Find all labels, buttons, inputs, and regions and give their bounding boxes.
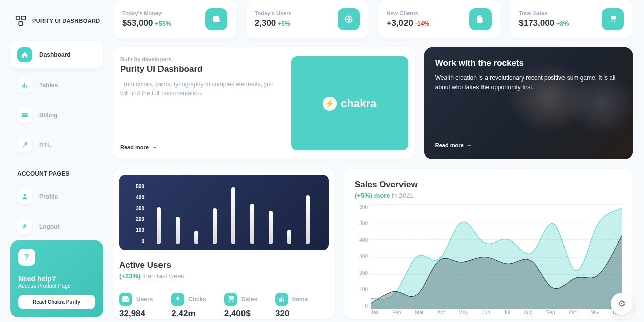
intro-body: From colors, cards, typography to comple… bbox=[120, 79, 282, 98]
bar bbox=[250, 204, 254, 244]
nav-rtl[interactable]: RTL bbox=[10, 132, 103, 159]
stats-icon bbox=[275, 293, 288, 306]
mini-value: 2.42m bbox=[171, 309, 206, 319]
bar bbox=[306, 195, 310, 244]
y-tick: 400 bbox=[355, 237, 368, 243]
help-title: Need help? bbox=[18, 275, 95, 283]
mini-stat: Items320 bbox=[275, 293, 308, 319]
nav-dashboard[interactable]: Dashboard bbox=[10, 41, 103, 68]
svg-rect-4 bbox=[24, 83, 25, 87]
help-button[interactable]: React Chakra Purity bbox=[18, 295, 95, 309]
intro-card: Built by developers Purity UI Dashboard … bbox=[113, 47, 415, 159]
svg-rect-11 bbox=[281, 297, 282, 301]
wallet-icon bbox=[119, 293, 132, 306]
person-icon bbox=[17, 189, 32, 204]
nav-label: Tables bbox=[39, 82, 58, 89]
arrow-right-icon: → bbox=[152, 144, 157, 150]
main-content: Today's Money $53,000+55% Today's Users … bbox=[113, 0, 644, 322]
stat-value: +3,020 bbox=[387, 18, 413, 28]
y-tick: 500 bbox=[123, 184, 144, 189]
bolt-icon: ⚡ bbox=[323, 97, 337, 111]
gear-icon: ⚙ bbox=[618, 298, 626, 309]
rocket-read-more[interactable]: Read more → bbox=[435, 142, 472, 148]
active-users-subtitle: (+23%) than last week bbox=[119, 272, 329, 280]
nav-main: Dashboard Tables Billing RTL bbox=[10, 41, 103, 159]
nav-billing[interactable]: Billing bbox=[10, 102, 103, 129]
sales-subtitle: (+5%) more in 2021 bbox=[355, 192, 622, 199]
x-tick: Jul bbox=[504, 310, 510, 319]
intro-brand-tile: ⚡ chakra bbox=[291, 56, 408, 150]
active-users-delta: (+23%) bbox=[119, 272, 140, 280]
stat-cards-row: Today's Money $53,000+55% Today's Users … bbox=[113, 0, 633, 38]
stat-delta: -14% bbox=[415, 20, 429, 27]
intro-brand-word: chakra bbox=[341, 97, 376, 110]
nav-label: Logout bbox=[39, 223, 60, 230]
y-tick: 100 bbox=[355, 287, 368, 292]
y-ticks: 6005004003002001000 bbox=[355, 204, 368, 309]
cart-icon bbox=[602, 8, 624, 30]
x-tick: Mar bbox=[415, 310, 424, 319]
stat-label: Today's Money bbox=[122, 10, 171, 16]
bar-chart-plot bbox=[149, 184, 317, 244]
read-more-label: Read more bbox=[435, 142, 464, 148]
x-tick: Oct bbox=[569, 310, 577, 319]
question-icon: ? bbox=[18, 249, 35, 266]
mini-stat: Sales2,400$ bbox=[224, 293, 257, 319]
stats-icon bbox=[17, 77, 32, 93]
stat-delta: +55% bbox=[155, 20, 171, 27]
bar-chart-yaxis: 5004003002001000 bbox=[123, 184, 144, 244]
nav-heading-account: ACCOUNT PAGES bbox=[17, 170, 103, 177]
x-tick: Jan bbox=[371, 310, 379, 319]
mini-label: Users bbox=[136, 296, 153, 303]
x-tick: Apr bbox=[437, 310, 445, 319]
mini-value: 32,984 bbox=[119, 309, 153, 319]
nav-logout[interactable]: Logout bbox=[10, 213, 103, 240]
mini-stat: Clicks2.42m bbox=[171, 293, 206, 319]
x-tick: Nov bbox=[590, 310, 599, 319]
intro-read-more[interactable]: Read more → bbox=[120, 144, 282, 150]
nav-account: Profile Logout bbox=[10, 183, 103, 240]
y-tick: 200 bbox=[123, 216, 144, 222]
wrench-icon bbox=[17, 138, 32, 153]
rocket-card: Work with the rockets Wealth creation is… bbox=[424, 47, 633, 159]
svg-rect-12 bbox=[283, 300, 284, 302]
brand-name: PURITY UI DASHBOARD bbox=[32, 18, 100, 24]
active-users-card: 5004003002001000 Active Users (+23%) tha… bbox=[113, 169, 335, 319]
nav-tables[interactable]: Tables bbox=[10, 71, 103, 99]
stat-label: Today's Users bbox=[255, 10, 292, 16]
y-tick: 300 bbox=[355, 254, 368, 259]
plot-area bbox=[371, 204, 622, 309]
stat-label: New Clients bbox=[387, 10, 430, 16]
active-users-rest: than last week bbox=[140, 272, 184, 280]
cart-icon bbox=[224, 293, 237, 306]
nav-profile[interactable]: Profile bbox=[10, 183, 103, 210]
nav-label: Profile bbox=[39, 193, 58, 200]
bar bbox=[213, 208, 217, 244]
help-subtitle: Access Product Page bbox=[18, 283, 95, 289]
rocket-title: Work with the rockets bbox=[435, 58, 622, 68]
sales-overview-card: Sales Overview (+5%) more in 2021 600500… bbox=[344, 169, 633, 319]
x-tick: Jun bbox=[482, 310, 490, 319]
brand-logo[interactable]: PURITY UI DASHBOARD bbox=[10, 15, 103, 26]
stat-label: Total Sales bbox=[519, 10, 569, 16]
y-tick: 100 bbox=[123, 227, 144, 233]
read-more-label: Read more bbox=[120, 144, 149, 150]
stat-value: $53,000 bbox=[122, 18, 153, 28]
sales-chart: 6005004003002001000JanFebMarAprMayJunJul… bbox=[355, 204, 622, 319]
bar bbox=[157, 207, 161, 244]
stat-card: New Clients +3,020-14% bbox=[378, 0, 501, 38]
home-icon bbox=[17, 47, 32, 62]
intro-pretitle: Built by developers bbox=[120, 56, 282, 62]
x-ticks: JanFebMarAprMayJunJulAugSepOctNovDec bbox=[371, 310, 622, 319]
active-users-title: Active Users bbox=[119, 260, 329, 270]
stat-delta: +5% bbox=[278, 20, 290, 27]
svg-rect-3 bbox=[22, 85, 23, 88]
card-icon bbox=[17, 108, 32, 123]
svg-rect-7 bbox=[22, 114, 28, 115]
y-tick: 400 bbox=[123, 195, 144, 200]
x-tick: May bbox=[459, 310, 468, 319]
mini-value: 320 bbox=[275, 309, 308, 319]
brand-mark-icon bbox=[15, 15, 26, 26]
y-tick: 600 bbox=[355, 204, 368, 210]
settings-fab[interactable]: ⚙ bbox=[611, 293, 633, 315]
